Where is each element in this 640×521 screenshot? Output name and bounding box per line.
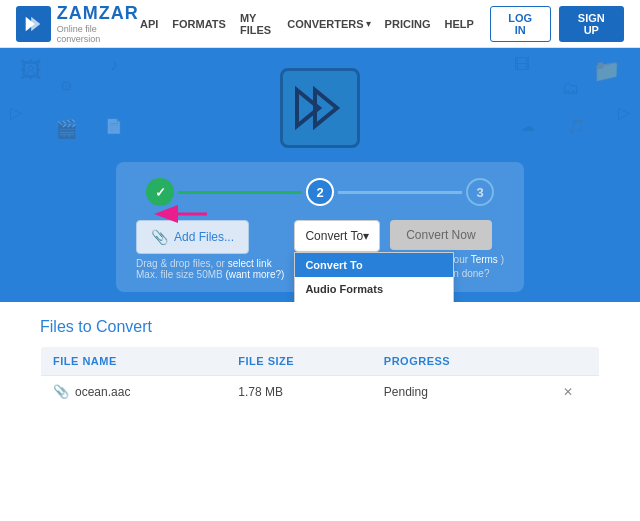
files-title-plain: Files to	[40, 318, 96, 335]
drag-drop-text: Drag & drop files, or	[136, 258, 225, 269]
nav-pricing[interactable]: PRICING	[385, 18, 431, 30]
file-name-cell: 📎 ocean.aac	[41, 376, 227, 408]
header: ZAMZAR Online file conversion API FORMAT…	[0, 0, 640, 48]
add-files-button[interactable]: 📎 Add Files...	[136, 220, 249, 254]
files-section: Files to Convert FILE NAME FILE SIZE PRO…	[0, 302, 640, 418]
nav-help[interactable]: HELP	[444, 18, 473, 30]
logo-text: ZAMZAR Online file conversion	[57, 3, 140, 44]
step-line-1	[178, 191, 302, 194]
logo-title: ZAMZAR	[57, 3, 140, 24]
converter-panel: ✓ 2 3 📎 Add Files...	[116, 162, 524, 292]
helper-text: Drag & drop files, or select link Max. f…	[136, 258, 284, 280]
convert-to-dropdown: Convert To Audio Formats ac3 flac m4a m4…	[294, 252, 454, 302]
col-filesize: FILE SIZE	[226, 347, 372, 376]
convert-to-button[interactable]: Convert To ▾	[294, 220, 380, 252]
add-icon: 📎	[151, 229, 168, 245]
dropdown-category: Audio Formats	[295, 277, 453, 297]
converters-arrow-icon: ▾	[366, 18, 371, 29]
step-2-label: 2	[316, 185, 323, 200]
step-2-circle: 2	[306, 178, 334, 206]
nav-converters[interactable]: CONVERTERS ▾	[287, 18, 370, 30]
convert-to-wrapper: Convert To ▾ Convert To Audio Formats ac…	[294, 220, 380, 252]
file-size-cell: 1.78 MB	[226, 376, 372, 408]
nav-api[interactable]: API	[140, 18, 158, 30]
terms-link[interactable]: Terms	[471, 254, 498, 265]
logo-subtitle: Online file conversion	[57, 24, 140, 44]
hero-double-arrow-icon	[293, 86, 347, 130]
step-3-label: 3	[476, 185, 483, 200]
col-filename: FILE NAME	[41, 347, 227, 376]
controls-row: 📎 Add Files... Drag & drop files, or sel…	[136, 220, 504, 280]
step-1-circle: ✓	[146, 178, 174, 206]
nav: API FORMATS MY FILES CONVERTERS ▾ PRICIN…	[140, 12, 474, 36]
file-paperclip-icon: 📎	[53, 384, 69, 399]
hero-section: 🖼 ▷ ⚙ 🎬 ♪ 📄 📁 ▷ 🗂 🎵 🎞 ☁ ✓	[0, 48, 640, 302]
files-title: Files to Convert	[40, 318, 600, 336]
steps-row: ✓ 2 3	[136, 178, 504, 206]
file-progress-cell: Pending	[372, 376, 537, 408]
nav-formats[interactable]: FORMATS	[172, 18, 226, 30]
file-name: ocean.aac	[75, 385, 130, 399]
max-size-text: Max. file size 50MB	[136, 269, 223, 280]
nav-converters-label[interactable]: CONVERTERS	[287, 18, 363, 30]
hero-logo-box	[280, 68, 360, 148]
col-progress: PROGRESS	[372, 347, 537, 376]
step-1-checkmark: ✓	[155, 185, 166, 200]
want-more-link[interactable]: (want more?)	[225, 269, 284, 280]
logo-area: ZAMZAR Online file conversion	[16, 3, 140, 44]
svg-marker-1	[32, 16, 41, 31]
signup-button[interactable]: SIGN UP	[559, 6, 624, 42]
convert-now-button[interactable]: Convert Now	[390, 220, 491, 250]
table-row: 📎 ocean.aac 1.78 MB Pending ✕	[41, 376, 600, 408]
hero-center: ✓ 2 3 📎 Add Files...	[0, 68, 640, 292]
files-table: FILE NAME FILE SIZE PROGRESS 📎 ocean.aac…	[40, 346, 600, 408]
agree-suffix: )	[501, 254, 504, 265]
file-remove-cell[interactable]: ✕	[537, 376, 600, 408]
table-header: FILE NAME FILE SIZE PROGRESS	[41, 347, 600, 376]
dropdown-arrow-icon: ▾	[363, 229, 369, 243]
add-files-wrapper: 📎 Add Files... Drag & drop files, or sel…	[136, 220, 284, 280]
files-title-accent: Convert	[96, 318, 152, 335]
step-line-2	[338, 191, 462, 194]
step-3-circle: 3	[466, 178, 494, 206]
login-button[interactable]: LOG IN	[490, 6, 551, 42]
col-actions	[537, 347, 600, 376]
nav-my-files[interactable]: MY FILES	[240, 12, 273, 36]
select-link[interactable]: select link	[228, 258, 272, 269]
add-files-label: Add Files...	[174, 230, 234, 244]
dropdown-header: Convert To	[295, 253, 453, 277]
dropdown-item-ac3[interactable]: ac3	[295, 297, 453, 302]
convert-to-label: Convert To	[305, 229, 363, 243]
header-buttons: LOG IN SIGN UP	[490, 6, 624, 42]
zamzar-logo-icon	[16, 6, 51, 42]
